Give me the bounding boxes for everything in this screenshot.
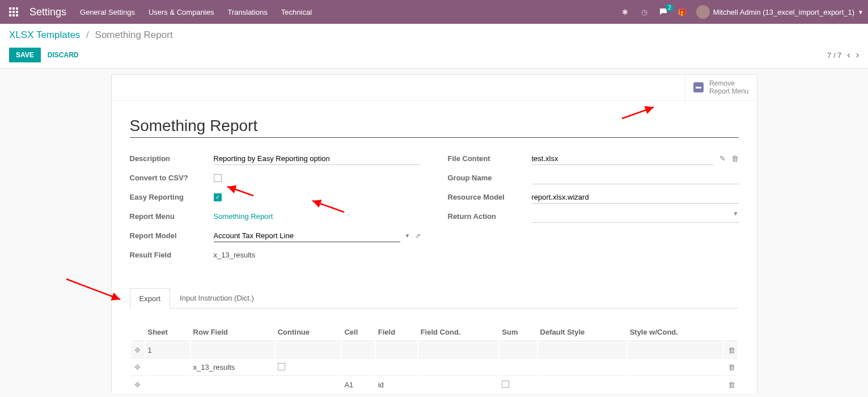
easy-reporting-checkbox[interactable] <box>214 193 222 201</box>
menu-general-settings[interactable]: General Settings <box>80 8 135 16</box>
table-row[interactable]: ✥ A1 id 🗑 <box>131 377 738 393</box>
user-name: Mitchell Admin (13_excel_import_export_1… <box>713 8 854 16</box>
description-input[interactable] <box>214 153 421 165</box>
apps-icon[interactable] <box>5 7 23 16</box>
menu-users-companies[interactable]: Users & Companies <box>149 8 214 16</box>
svg-rect-3 <box>9 11 11 13</box>
clock-icon[interactable]: ◷ <box>640 7 650 17</box>
gift-icon[interactable]: 🎁 <box>677 7 687 17</box>
report-menu-label: Report Menu <box>130 212 214 221</box>
group-name-input[interactable] <box>532 172 739 184</box>
table-row[interactable]: ✥ 1 🗑 <box>131 343 738 358</box>
cell-cell[interactable]: A1 <box>342 377 374 393</box>
export-table: Sheet Row Field Continue Cell Field Fiel… <box>130 322 739 393</box>
breadcrumb: XLSX Templates / Something Report <box>9 29 859 41</box>
svg-rect-5 <box>16 11 18 13</box>
resource-model-input[interactable] <box>532 191 739 204</box>
breadcrumb-sep: / <box>86 29 89 40</box>
pager: 7 / 7 ‹ › <box>827 50 859 60</box>
cell-row-field[interactable]: x_13_results <box>191 360 274 376</box>
user-menu[interactable]: Mitchell Admin (13_excel_import_export_1… <box>696 5 863 19</box>
svg-rect-4 <box>12 11 15 13</box>
pager-prev[interactable]: ‹ <box>847 50 850 60</box>
chevron-down-icon[interactable]: ▼ <box>405 233 410 239</box>
menu-technical[interactable]: Technical <box>281 8 312 16</box>
col-cell: Cell <box>342 323 374 341</box>
col-field: Field <box>376 323 417 341</box>
chevron-down-icon: ▼ <box>858 9 863 15</box>
report-model-label: Report Model <box>130 231 214 240</box>
svg-rect-6 <box>9 14 11 16</box>
trash-icon[interactable]: 🗑 <box>731 154 739 163</box>
app-brand[interactable]: Settings <box>29 6 66 18</box>
bug-icon[interactable]: ✱ <box>620 7 630 17</box>
report-menu-link[interactable]: Something Report <box>214 212 273 221</box>
form-sheet: Remove Report Menu Description Convert t… <box>111 74 757 393</box>
chevron-down-icon[interactable]: ▼ <box>733 210 739 222</box>
file-content-input[interactable] <box>532 153 714 165</box>
discard-button[interactable]: DISCARD <box>41 48 86 62</box>
msg-badge: 2 <box>666 4 674 11</box>
drag-handle-icon[interactable]: ✥ <box>131 377 145 393</box>
convert-csv-checkbox[interactable] <box>214 174 222 182</box>
sum-checkbox[interactable] <box>502 381 509 388</box>
stat-line1: Remove <box>709 79 748 87</box>
cell-sheet[interactable]: 1 <box>146 343 190 358</box>
return-action-input[interactable] <box>532 210 733 222</box>
cell-field[interactable]: id <box>376 377 417 393</box>
messaging-icon[interactable]: 2 <box>659 7 668 16</box>
tab-export[interactable]: Export <box>130 288 171 309</box>
title-input[interactable] <box>130 115 739 138</box>
file-content-label: File Content <box>448 154 532 163</box>
resource-model-label: Resource Model <box>448 193 532 201</box>
avatar <box>696 5 710 19</box>
control-panel: XLSX Templates / Something Report SAVE D… <box>0 24 868 69</box>
easy-reporting-label: Easy Reporting <box>130 193 214 201</box>
return-action-label: Return Action <box>448 212 532 221</box>
description-label: Description <box>130 154 214 163</box>
result-field-value: x_13_results <box>214 251 421 259</box>
report-model-input[interactable] <box>214 230 400 242</box>
remove-report-menu-button[interactable]: Remove Report Menu <box>685 75 756 100</box>
drag-handle-icon[interactable]: ✥ <box>131 360 145 376</box>
col-default-style: Default Style <box>538 323 626 341</box>
col-sum: Sum <box>499 323 536 341</box>
top-navbar: Settings General Settings Users & Compan… <box>0 0 868 24</box>
stat-line2: Report Menu <box>709 87 748 95</box>
col-field-cond: Field Cond. <box>418 323 499 341</box>
breadcrumb-root[interactable]: XLSX Templates <box>9 29 80 40</box>
pager-next[interactable]: › <box>856 50 859 60</box>
col-style-cond: Style w/Cond. <box>628 323 723 341</box>
svg-rect-2 <box>16 7 18 10</box>
continue-checkbox[interactable] <box>278 363 285 370</box>
group-name-label: Group Name <box>448 174 532 182</box>
svg-rect-1 <box>12 7 15 10</box>
convert-csv-label: Convert to CSV? <box>130 174 214 182</box>
svg-rect-7 <box>12 14 15 16</box>
svg-rect-8 <box>16 14 18 16</box>
col-sheet: Sheet <box>146 323 190 341</box>
pencil-icon[interactable]: ✎ <box>719 154 726 163</box>
minus-square-icon <box>693 82 704 92</box>
svg-rect-0 <box>9 7 11 10</box>
trash-icon[interactable]: 🗑 <box>724 343 738 358</box>
result-field-label: Result Field <box>130 251 214 259</box>
main-menu: General Settings Users & Companies Trans… <box>80 8 312 16</box>
breadcrumb-current: Something Report <box>95 29 173 40</box>
col-continue: Continue <box>276 323 341 341</box>
save-button[interactable]: SAVE <box>9 48 41 62</box>
drag-handle-icon[interactable]: ✥ <box>131 343 145 358</box>
menu-translations[interactable]: Translations <box>228 8 268 16</box>
trash-icon[interactable]: 🗑 <box>724 360 738 376</box>
table-row[interactable]: ✥ x_13_results 🗑 <box>131 360 738 376</box>
trash-icon[interactable]: 🗑 <box>724 377 738 393</box>
pager-text: 7 / 7 <box>827 51 841 60</box>
col-row-field: Row Field <box>191 323 274 341</box>
tab-input-instruction[interactable]: Input Instruction (Dict.) <box>170 288 264 308</box>
external-link-icon[interactable]: ⇗ <box>415 232 421 240</box>
